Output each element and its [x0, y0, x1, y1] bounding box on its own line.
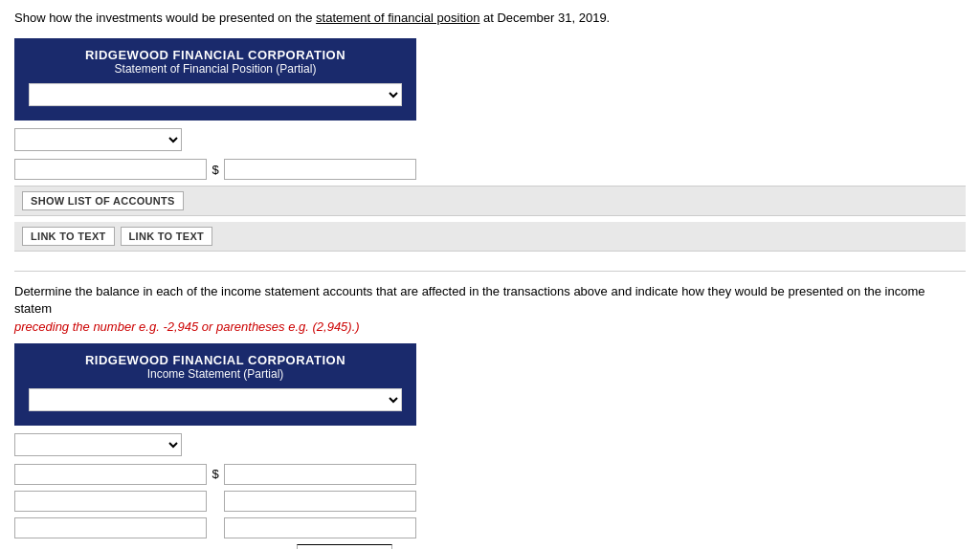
- sfp-amount-input[interactable]: [224, 159, 416, 180]
- sfp-dollar-sign: $: [212, 163, 218, 177]
- link-bar-section1: LINK TO TEXT LINK TO TEXT: [14, 222, 966, 252]
- sfp-account-input[interactable]: [14, 159, 207, 180]
- income-dropdown-inside-box[interactable]: [29, 388, 402, 411]
- link-to-text-button-2[interactable]: LINK TO TEXT: [121, 227, 213, 246]
- sfp-statement-title: Statement of Financial Position (Partial…: [29, 62, 402, 76]
- income-account-input-2[interactable]: [14, 491, 207, 512]
- income-amount-input-3[interactable]: [224, 517, 416, 538]
- income-account-input-1[interactable]: [14, 464, 207, 485]
- show-accounts-toolbar: SHOW LIST OF ACCOUNTS: [14, 186, 966, 216]
- income-total-input[interactable]: [297, 544, 392, 549]
- income-company-name: RIDGEWOOD FINANCIAL CORPORATION: [29, 353, 402, 367]
- section1-instruction: Show how the investments would be presen…: [14, 10, 966, 27]
- sfp-account-amount-row: $: [14, 159, 416, 180]
- income-category-row: [14, 433, 416, 456]
- sfp-category-select[interactable]: [14, 128, 182, 151]
- income-amount-input-1[interactable]: [224, 464, 416, 485]
- sfp-company-name: RIDGEWOOD FINANCIAL CORPORATION: [29, 48, 402, 62]
- income-category-select[interactable]: [14, 433, 182, 456]
- income-amount-input-2[interactable]: [224, 491, 416, 512]
- income-total-row: [14, 544, 416, 549]
- income-dollar-sign-1: $: [212, 467, 218, 481]
- sfp-header-box: RIDGEWOOD FINANCIAL CORPORATION Statemen…: [14, 38, 416, 121]
- income-statement-title: Income Statement (Partial): [29, 367, 402, 381]
- income-form-rows: $ $ $: [14, 433, 966, 549]
- section2-instruction-red: preceding the number e.g. -2,945 or pare…: [14, 319, 360, 334]
- income-row-1: $: [14, 464, 416, 485]
- section-divider: [14, 271, 966, 272]
- show-accounts-button[interactable]: SHOW LIST OF ACCOUNTS: [22, 191, 184, 210]
- sfp-category-row: [14, 128, 416, 151]
- income-row-3: $: [14, 517, 416, 538]
- link-to-text-button-1[interactable]: LINK TO TEXT: [22, 227, 115, 246]
- section2-instruction: Determine the balance in each of the inc…: [14, 283, 966, 336]
- income-row-2: $: [14, 491, 416, 512]
- sfp-dropdown-inside-box[interactable]: [29, 83, 402, 106]
- income-header-box: RIDGEWOOD FINANCIAL CORPORATION Income S…: [14, 343, 416, 426]
- income-account-input-3[interactable]: [14, 517, 207, 538]
